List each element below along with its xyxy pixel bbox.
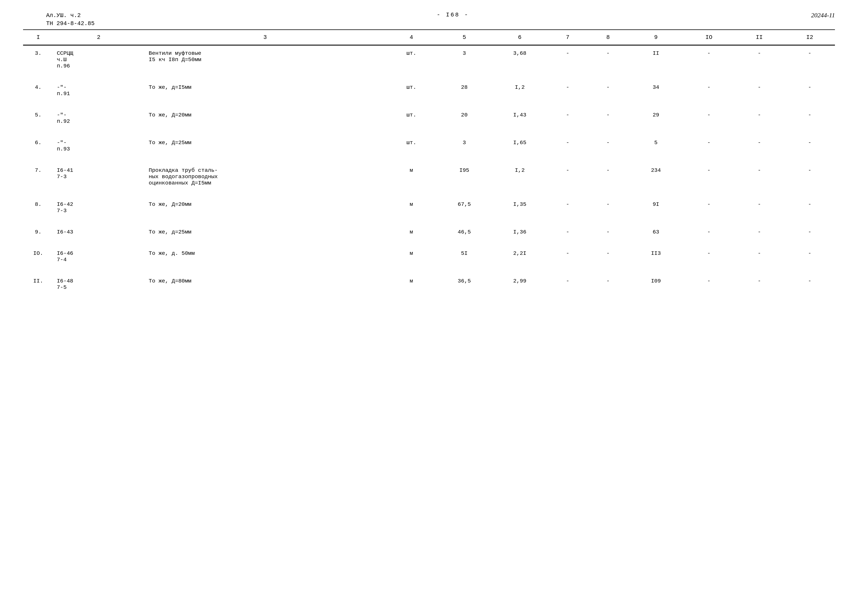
cell-row8-col4: м [386,245,437,267]
cell-row1-col12: - [785,45,835,74]
cell-row3-col5: 20 [437,107,492,129]
cell-row9-col4: м [386,273,437,295]
cell-row2-col6: I,2 [492,79,547,101]
cell-row9-col11: - [734,273,785,295]
cell-row8-col11: - [734,245,785,267]
cell-row2-col2: -"-п.91 [53,79,144,101]
cell-row2-col12: - [785,79,835,101]
cell-row4-col10: - [684,135,734,157]
cell-row5-col8: - [588,163,628,191]
cell-row4-col11: - [734,135,785,157]
cell-row2-col3: То же, д=I5мм [144,79,386,101]
col-header-8: 8 [588,30,628,45]
cell-row7-col1: 9. [23,224,53,240]
cell-row1-col11: - [734,45,785,74]
cell-row1-col4: шт. [386,45,437,74]
cell-row7-col6: I,36 [492,224,547,240]
cell-row1-col6: 3,68 [492,45,547,74]
cell-row3-col12: - [785,107,835,129]
cell-row9-col6: 2,99 [492,273,547,295]
cell-row3-col8: - [588,107,628,129]
cell-row7-col7: - [547,224,588,240]
cell-row3-col9: 29 [628,107,684,129]
cell-row5-col6: I,2 [492,163,547,191]
row-spacer [23,129,835,135]
table-row: 9.I6-43То же, д=25ммм46,5I,36--63--- [23,224,835,240]
cell-row6-col1: 8. [23,197,53,219]
cell-row2-col10: - [684,79,734,101]
row-spacer [23,74,835,79]
col-header-10: IO [684,30,734,45]
cell-row1-col1: 3. [23,45,53,74]
header-center: - I68 - [437,11,469,18]
cell-row5-col4: м [386,163,437,191]
cell-row7-col12: - [785,224,835,240]
page-header: Ал.УШ. ч.2 ТН 294-8-42.85 - I68 - 20244-… [23,11,835,28]
cell-row1-col2: СCРЦЩч.Шп.96 [53,45,144,74]
cell-row4-col5: 3 [437,135,492,157]
row-spacer [23,240,835,245]
cell-row8-col12: - [785,245,835,267]
table-row: 7.I6-417-3Прокладка труб сталь-ных водог… [23,163,835,191]
cell-row3-col11: - [734,107,785,129]
cell-row7-col9: 63 [628,224,684,240]
cell-row4-col2: -"-п.93 [53,135,144,157]
cell-row3-col2: -"-п.92 [53,107,144,129]
col-header-1: I [23,30,53,45]
cell-row8-col8: - [588,245,628,267]
cell-row6-col12: - [785,197,835,219]
col-header-3: 3 [144,30,386,45]
cell-row2-col9: 34 [628,79,684,101]
cell-row9-col8: - [588,273,628,295]
cell-row9-col5: 36,5 [437,273,492,295]
cell-row8-col7: - [547,245,588,267]
cell-row4-col9: 5 [628,135,684,157]
cell-row7-col5: 46,5 [437,224,492,240]
cell-row9-col7: - [547,273,588,295]
cell-row1-col5: 3 [437,45,492,74]
cell-row5-col12: - [785,163,835,191]
cell-row7-col2: I6-43 [53,224,144,240]
cell-row8-col9: II3 [628,245,684,267]
table-row: 6.-"-п.93То же, Д=25ммшт.3I,65--5--- [23,135,835,157]
cell-row4-col8: - [588,135,628,157]
cell-row2-col8: - [588,79,628,101]
cell-row7-col10: - [684,224,734,240]
row-spacer [23,267,835,273]
row-spacer [23,219,835,224]
table-row: IO.I6-467-4То же, д. 50ммм5I2,2I--II3--- [23,245,835,267]
cell-row4-col3: То же, Д=25мм [144,135,386,157]
cell-row5-col2: I6-417-3 [53,163,144,191]
cell-row1-col9: II [628,45,684,74]
cell-row8-col2: I6-467-4 [53,245,144,267]
cell-row2-col1: 4. [23,79,53,101]
col-header-5: 5 [437,30,492,45]
cell-row1-col7: - [547,45,588,74]
cell-row4-col6: I,65 [492,135,547,157]
cell-row5-col11: - [734,163,785,191]
cell-row3-col1: 5. [23,107,53,129]
cell-row6-col7: - [547,197,588,219]
cell-row6-col10: - [684,197,734,219]
cell-row4-col1: 6. [23,135,53,157]
cell-row8-col3: То же, д. 50мм [144,245,386,267]
cell-row8-col10: - [684,245,734,267]
cell-row8-col5: 5I [437,245,492,267]
col-header-11: II [734,30,785,45]
col-header-12: I2 [785,30,835,45]
cell-row2-col11: - [734,79,785,101]
cell-row3-col6: I,43 [492,107,547,129]
cell-row6-col11: - [734,197,785,219]
cell-row6-col8: - [588,197,628,219]
cell-row6-col5: 67,5 [437,197,492,219]
cell-row6-col9: 9I [628,197,684,219]
table-row: 3.СCРЦЩч.Шп.96Вентили муфтовыеI5 кч I8п … [23,45,835,74]
cell-row8-col1: IO. [23,245,53,267]
table-row: 8.I6-427-3То же, Д=20ммм67,5I,35--9I--- [23,197,835,219]
cell-row4-col7: - [547,135,588,157]
cell-row4-col12: - [785,135,835,157]
cell-row5-col5: I95 [437,163,492,191]
cell-row2-col4: шт. [386,79,437,101]
cell-row1-col10: - [684,45,734,74]
cell-row6-col3: То же, Д=20мм [144,197,386,219]
